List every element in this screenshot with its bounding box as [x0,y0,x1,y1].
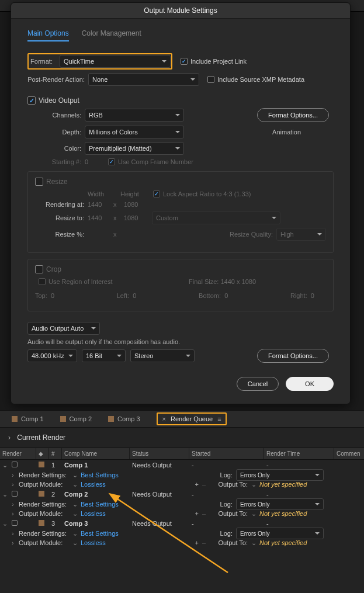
video-format-options-button[interactable]: Format Options... [257,108,329,122]
resize-width: 1440 [88,214,113,221]
item-time: - [264,520,334,527]
chevron-right-icon[interactable]: › [12,471,19,478]
dialog-tabs: Main Options Color Management [27,29,334,41]
item-time: - [264,462,334,469]
comp-name: Comp 1 [62,462,130,469]
audio-channels-select[interactable]: Stereo [130,349,195,362]
chevron-down-icon[interactable]: ⌄ [251,510,259,518]
col-render[interactable]: Render [0,448,36,459]
include-project-link-checkbox[interactable] [181,58,188,65]
chevron-right-icon[interactable]: › [12,510,19,517]
label-swatch-icon[interactable] [39,520,44,526]
render-settings-link[interactable]: Best Settings [81,471,119,478]
render-settings-link[interactable]: Best Settings [81,530,119,537]
chevron-right-icon: › [8,434,11,442]
chevron-right-icon[interactable]: › [12,481,19,488]
close-icon[interactable]: × [162,415,166,422]
comp-swatch-icon [12,416,18,422]
tab-main-options[interactable]: Main Options [27,29,69,41]
col-started[interactable]: Started [189,448,264,459]
color-select[interactable]: Premultiplied (Matted) [85,142,184,155]
output-to-path[interactable]: Not yet specified [259,481,307,488]
format-select[interactable]: QuickTime [60,55,171,68]
add-output-module-button[interactable]: + [195,510,198,517]
chevron-down-icon[interactable]: ⌄ [2,520,8,527]
render-settings-link[interactable]: Best Settings [81,501,119,508]
remove-output-module-button: – [202,539,206,546]
render-enable-checkbox[interactable] [12,491,18,497]
chevron-down-icon[interactable]: ⌄ [72,471,81,479]
include-xmp-checkbox[interactable] [207,76,214,83]
add-output-module-button[interactable]: + [195,481,198,488]
codec-label: Animation [272,129,301,136]
tab-color-management[interactable]: Color Management [82,29,141,41]
col-time[interactable]: Render Time [264,448,334,459]
col-num[interactable]: # [49,448,62,459]
add-output-module-button[interactable]: + [195,539,198,546]
comp-swatch-icon [60,416,66,422]
cancel-button[interactable]: Cancel [237,377,279,391]
log-select[interactable]: Errors Only [236,528,324,539]
col-comp[interactable]: Comp Name [62,448,130,459]
lock-aspect-label: Lock Aspect Ratio to 4:3 (1.33) [163,190,251,197]
resize-height: 1080 [124,214,152,221]
chevron-down-icon[interactable]: ⌄ [2,462,8,469]
use-comp-frame-checkbox [108,158,115,165]
starting-num-label: Starting #: [27,158,85,165]
chevron-right-icon[interactable]: › [12,539,19,546]
chevron-down-icon[interactable]: ⌄ [72,530,81,537]
tab-comp-3[interactable]: Comp 3 [108,415,140,422]
chevron-down-icon[interactable]: ⌄ [72,501,81,508]
post-render-select[interactable]: None [88,73,199,86]
col-comment[interactable]: Commen [334,448,364,459]
remove-output-module-button: – [202,510,206,517]
tab-comp-1[interactable]: Comp 1 [12,415,44,422]
render-enable-checkbox[interactable] [12,462,18,467]
resize-checkbox[interactable] [35,178,43,186]
label-swatch-icon[interactable] [39,462,44,467]
tab-render-queue[interactable]: × Render Queue ≡ [157,412,227,425]
col-status[interactable]: Status [130,448,189,459]
menu-icon[interactable]: ≡ [217,415,220,422]
video-output-label: Video Output [39,96,79,105]
output-module-link[interactable]: Lossless [81,510,106,517]
log-select[interactable]: Errors Only [236,498,324,510]
output-to-path[interactable]: Not yet specified [259,510,307,517]
depth-select[interactable]: Millions of Colors [85,126,184,138]
color-label: Color: [27,145,85,152]
output-module-link[interactable]: Lossless [81,481,106,488]
audio-format-options-button[interactable]: Format Options... [257,349,329,363]
format-highlight: Format: QuickTime [27,53,172,70]
chevron-right-icon[interactable]: › [12,501,19,508]
dialog-title: Output Module Settings [11,3,350,19]
item-number: 3 [49,520,62,527]
channels-select[interactable]: RGB [85,109,184,122]
item-status: Needs Output [130,491,189,498]
log-label: Log: [210,530,233,537]
ok-button[interactable]: OK [286,377,334,391]
chevron-down-icon[interactable]: ⌄ [72,510,81,518]
chevron-down-icon[interactable]: ⌄ [251,539,259,547]
render-queue-item: ⌄ 2 Comp 2 Needs Output - - › Render Set… [0,489,364,518]
chevron-right-icon[interactable]: › [12,530,19,537]
chevron-down-icon[interactable]: ⌄ [2,491,8,498]
log-select[interactable]: Errors Only [236,469,324,481]
crop-checkbox[interactable] [35,265,43,273]
audio-rate-select[interactable]: 48.000 kHz [27,349,77,362]
output-module-link[interactable]: Lossless [81,539,106,546]
audio-output-mode-select[interactable]: Audio Output Auto [27,322,100,335]
audio-depth-select[interactable]: 16 Bit [82,349,126,362]
col-label[interactable]: ◆ [36,448,49,459]
video-output-checkbox[interactable] [27,96,36,105]
render-enable-checkbox[interactable] [12,520,18,526]
label-swatch-icon[interactable] [39,491,44,497]
current-render-row[interactable]: › Current Render [0,428,364,448]
lock-aspect-checkbox [153,190,160,197]
chevron-down-icon[interactable]: ⌄ [251,481,259,488]
chevron-down-icon[interactable]: ⌄ [72,539,81,547]
output-to-path[interactable]: Not yet specified [259,539,307,546]
chevron-down-icon[interactable]: ⌄ [72,481,81,488]
post-render-label: Post-Render Action: [27,76,88,83]
render-height: 1080 [124,201,138,208]
tab-comp-2[interactable]: Comp 2 [60,415,92,422]
